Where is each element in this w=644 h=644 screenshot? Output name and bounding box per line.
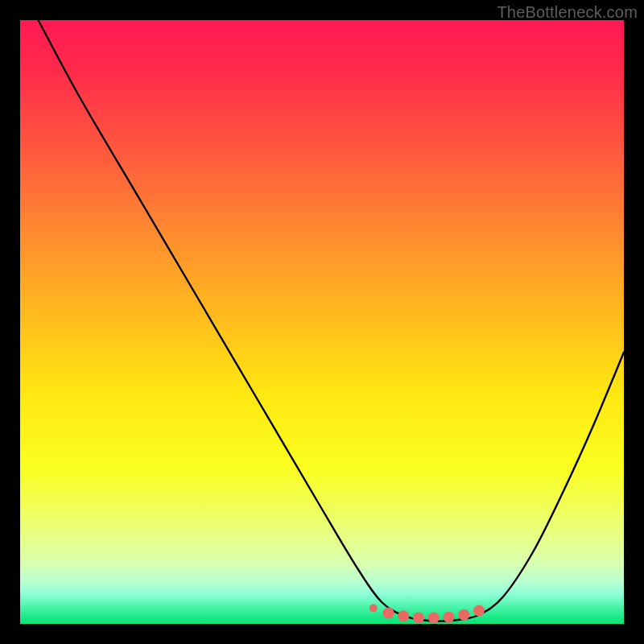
optimal-marker [428,613,440,624]
optimal-marker [458,609,469,621]
chart-svg [20,20,624,624]
bottleneck-curve [39,20,625,621]
optimal-marker [383,608,394,619]
optimal-marker [369,605,378,613]
optimal-marker [444,612,455,623]
optimal-marker [413,613,424,624]
optimal-marker [473,605,485,617]
chart-frame [20,20,624,624]
watermark-text: TheBottleneck.com [497,3,638,22]
optimal-marker [398,610,409,621]
